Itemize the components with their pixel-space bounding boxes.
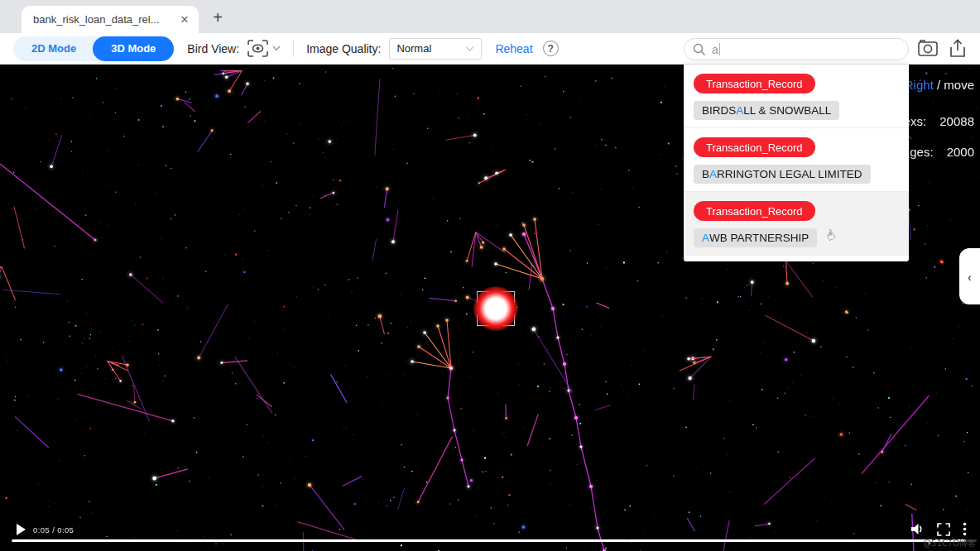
player-controls xyxy=(910,522,967,536)
result-name: BIRDSALL & SNOWBALL xyxy=(694,101,839,120)
selected-node[interactable] xyxy=(473,286,518,331)
search-icon xyxy=(693,43,706,56)
bird-view-label: Bird View: xyxy=(187,42,239,55)
mode-2d-button[interactable]: 2D Mode xyxy=(13,42,93,55)
result-type-tag: Transaction_Record xyxy=(694,201,815,221)
volume-icon[interactable] xyxy=(910,523,925,535)
vertex-count: texs:20088 xyxy=(901,114,974,128)
new-tab-button[interactable]: + xyxy=(207,7,228,28)
bird-view-eye-icon xyxy=(247,39,269,58)
screenshot-button[interactable] xyxy=(917,38,939,58)
overflow-menu-icon[interactable] xyxy=(963,522,967,536)
mode-3d-button[interactable]: 3D Mode xyxy=(93,36,174,61)
image-quality-value: Normal xyxy=(396,42,465,55)
select-chevron-icon xyxy=(465,46,474,52)
help-button[interactable]: ? xyxy=(543,41,559,56)
search-results-dropdown: Transaction_Record BIRDSALL & SNOWBALL T… xyxy=(684,65,909,261)
edge-count: ges:2000 xyxy=(910,145,974,159)
browser-tab-strip: bank_risk_loan_data_rel... × + xyxy=(0,0,980,33)
video-progress-bar[interactable] xyxy=(12,539,966,542)
search-result-item-partial[interactable]: Transaction_Record xyxy=(684,255,909,261)
result-type-tag: Transaction_Record xyxy=(694,74,815,93)
result-type-tag: Transaction_Record xyxy=(694,137,815,157)
export-button[interactable] xyxy=(948,38,968,59)
chevron-down-icon xyxy=(272,46,281,51)
mouse-hint-text: Right / move xyxy=(905,78,974,92)
reheat-button[interactable]: Reheat xyxy=(495,42,532,55)
result-name: BARRINGTON LEGAL LIMITED xyxy=(694,165,871,184)
collapse-chevron-icon: ‹ xyxy=(968,270,972,284)
search-result-item[interactable]: Transaction_Record BARRINGTON LEGAL LIMI… xyxy=(684,127,909,191)
image-quality-label: Image Quality: xyxy=(306,42,381,55)
tab-title: bank_risk_loan_data_rel... xyxy=(33,13,179,26)
video-time: 0:05 / 0:05 xyxy=(33,525,74,534)
search-input[interactable]: a xyxy=(684,38,909,60)
export-share-icon xyxy=(948,38,968,59)
camera-icon xyxy=(917,38,939,58)
side-panel-toggle[interactable]: ‹ xyxy=(959,248,980,304)
mode-switch: 2D Mode 3D Mode xyxy=(13,36,174,61)
browser-tab[interactable]: bank_risk_loan_data_rel... × xyxy=(22,6,199,33)
image-quality-select[interactable]: Normal xyxy=(389,38,482,60)
tab-close-icon[interactable]: × xyxy=(179,12,190,26)
watermark: @51CTO博客 xyxy=(923,538,976,549)
text-caret xyxy=(719,43,720,55)
bird-view-button[interactable] xyxy=(247,39,281,58)
play-button[interactable] xyxy=(17,524,26,535)
search-result-item-hovered[interactable]: Transaction_Record AWB PARTNERSHIP xyxy=(684,191,909,255)
result-name: AWB PARTNERSHIP xyxy=(694,228,817,247)
search-result-item[interactable]: Transaction_Record BIRDSALL & SNOWBALL xyxy=(684,65,909,127)
search-query-text: a xyxy=(712,43,718,56)
fullscreen-icon[interactable] xyxy=(937,523,950,536)
toolbar-divider xyxy=(293,41,294,57)
